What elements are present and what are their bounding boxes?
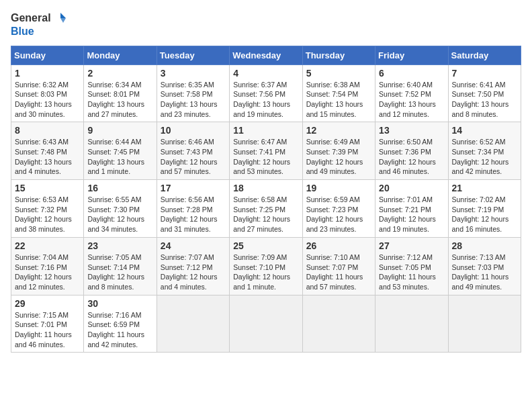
day-number-13: 13: [379, 125, 444, 136]
day-info-8: Sunrise: 6:43 AM Sunset: 7:48 PM Dayligh…: [15, 137, 80, 177]
day-number-1: 1: [15, 68, 80, 79]
week-row-3: 15Sunrise: 6:53 AM Sunset: 7:32 PM Dayli…: [11, 180, 521, 238]
empty-cell-4-3: [230, 295, 302, 353]
header-row: SundayMondayTuesdayWednesdayThursdayFrid…: [11, 46, 521, 64]
day-info-19: Sunrise: 6:59 AM Sunset: 7:23 PM Dayligh…: [306, 195, 371, 234]
empty-cell-4-2: [157, 295, 229, 353]
day-number-24: 24: [161, 240, 226, 251]
day-cell-17: 17Sunrise: 6:56 AM Sunset: 7:28 PM Dayli…: [157, 180, 229, 238]
day-number-25: 25: [233, 240, 298, 251]
day-info-5: Sunrise: 6:38 AM Sunset: 7:54 PM Dayligh…: [306, 80, 371, 120]
day-number-8: 8: [15, 125, 80, 136]
day-info-23: Sunrise: 7:05 AM Sunset: 7:14 PM Dayligh…: [87, 253, 152, 292]
day-number-21: 21: [452, 183, 517, 193]
week-row-2: 8Sunrise: 6:43 AM Sunset: 7:48 PM Daylig…: [11, 122, 521, 180]
day-cell-9: 9Sunrise: 6:44 AM Sunset: 7:45 PM Daylig…: [84, 122, 157, 180]
day-cell-12: 12Sunrise: 6:49 AM Sunset: 7:39 PM Dayli…: [302, 122, 375, 180]
empty-cell-4-4: [302, 295, 375, 353]
day-cell-25: 25Sunrise: 7:09 AM Sunset: 7:10 PM Dayli…: [230, 237, 302, 295]
day-cell-4: 4Sunrise: 6:37 AM Sunset: 7:56 PM Daylig…: [230, 64, 302, 122]
day-cell-7: 7Sunrise: 6:41 AM Sunset: 7:50 PM Daylig…: [448, 64, 521, 122]
day-info-20: Sunrise: 7:01 AM Sunset: 7:21 PM Dayligh…: [379, 195, 444, 234]
day-cell-20: 20Sunrise: 7:01 AM Sunset: 7:21 PM Dayli…: [375, 180, 448, 238]
day-number-27: 27: [379, 240, 444, 251]
day-number-11: 11: [233, 125, 298, 136]
day-number-28: 28: [452, 240, 517, 251]
day-number-26: 26: [306, 240, 371, 251]
day-info-13: Sunrise: 6:50 AM Sunset: 7:36 PM Dayligh…: [379, 137, 444, 177]
day-info-15: Sunrise: 6:53 AM Sunset: 7:32 PM Dayligh…: [15, 195, 80, 234]
page-header: General Blue: [11, 11, 521, 38]
day-cell-10: 10Sunrise: 6:46 AM Sunset: 7:43 PM Dayli…: [157, 122, 229, 180]
day-cell-19: 19Sunrise: 6:59 AM Sunset: 7:23 PM Dayli…: [302, 180, 375, 238]
day-cell-5: 5Sunrise: 6:38 AM Sunset: 7:54 PM Daylig…: [302, 64, 375, 122]
header-thursday: Thursday: [302, 46, 375, 64]
day-number-30: 30: [87, 298, 152, 309]
svg-marker-0: [60, 13, 66, 18]
day-info-7: Sunrise: 6:41 AM Sunset: 7:50 PM Dayligh…: [452, 80, 517, 120]
week-row-1: 1Sunrise: 6:32 AM Sunset: 8:03 PM Daylig…: [11, 64, 521, 122]
day-number-16: 16: [87, 183, 152, 193]
day-info-18: Sunrise: 6:58 AM Sunset: 7:25 PM Dayligh…: [233, 195, 298, 234]
day-number-14: 14: [452, 125, 517, 136]
day-number-18: 18: [233, 183, 298, 193]
day-cell-30: 30Sunrise: 7:16 AM Sunset: 6:59 PM Dayli…: [84, 295, 157, 353]
day-info-2: Sunrise: 6:34 AM Sunset: 8:01 PM Dayligh…: [87, 80, 152, 120]
day-cell-28: 28Sunrise: 7:13 AM Sunset: 7:03 PM Dayli…: [448, 237, 521, 295]
logo-general-text: General: [11, 12, 51, 24]
day-cell-15: 15Sunrise: 6:53 AM Sunset: 7:32 PM Dayli…: [11, 180, 84, 238]
day-number-15: 15: [15, 183, 80, 193]
day-cell-18: 18Sunrise: 6:58 AM Sunset: 7:25 PM Dayli…: [230, 180, 302, 238]
day-cell-22: 22Sunrise: 7:04 AM Sunset: 7:16 PM Dayli…: [11, 237, 84, 295]
day-info-3: Sunrise: 6:35 AM Sunset: 7:58 PM Dayligh…: [161, 80, 226, 120]
header-friday: Friday: [375, 46, 448, 64]
day-info-17: Sunrise: 6:56 AM Sunset: 7:28 PM Dayligh…: [161, 195, 226, 234]
day-number-5: 5: [306, 68, 371, 79]
day-number-4: 4: [233, 68, 298, 79]
day-cell-26: 26Sunrise: 7:10 AM Sunset: 7:07 PM Dayli…: [302, 237, 375, 295]
day-info-30: Sunrise: 7:16 AM Sunset: 6:59 PM Dayligh…: [87, 310, 152, 350]
day-number-3: 3: [161, 68, 226, 79]
day-info-12: Sunrise: 6:49 AM Sunset: 7:39 PM Dayligh…: [306, 137, 371, 177]
svg-marker-1: [60, 18, 66, 23]
day-info-26: Sunrise: 7:10 AM Sunset: 7:07 PM Dayligh…: [306, 253, 371, 292]
header-saturday: Saturday: [448, 46, 521, 64]
calendar-table: SundayMondayTuesdayWednesdayThursdayFrid…: [11, 46, 521, 353]
header-wednesday: Wednesday: [230, 46, 302, 64]
header-monday: Monday: [84, 46, 157, 64]
day-cell-24: 24Sunrise: 7:07 AM Sunset: 7:12 PM Dayli…: [157, 237, 229, 295]
day-number-22: 22: [15, 240, 80, 251]
day-info-28: Sunrise: 7:13 AM Sunset: 7:03 PM Dayligh…: [452, 253, 517, 292]
day-number-10: 10: [161, 125, 226, 136]
day-info-24: Sunrise: 7:07 AM Sunset: 7:12 PM Dayligh…: [161, 253, 226, 292]
day-cell-16: 16Sunrise: 6:55 AM Sunset: 7:30 PM Dayli…: [84, 180, 157, 238]
day-number-29: 29: [15, 298, 80, 309]
day-number-19: 19: [306, 183, 371, 193]
day-info-11: Sunrise: 6:47 AM Sunset: 7:41 PM Dayligh…: [233, 137, 298, 177]
day-info-14: Sunrise: 6:52 AM Sunset: 7:34 PM Dayligh…: [452, 137, 517, 177]
day-cell-3: 3Sunrise: 6:35 AM Sunset: 7:58 PM Daylig…: [157, 64, 229, 122]
day-info-4: Sunrise: 6:37 AM Sunset: 7:56 PM Dayligh…: [233, 80, 298, 120]
day-number-17: 17: [161, 183, 226, 193]
day-number-12: 12: [306, 125, 371, 136]
day-cell-27: 27Sunrise: 7:12 AM Sunset: 7:05 PM Dayli…: [375, 237, 448, 295]
day-cell-29: 29Sunrise: 7:15 AM Sunset: 7:01 PM Dayli…: [11, 295, 84, 353]
day-number-23: 23: [87, 240, 152, 251]
day-cell-1: 1Sunrise: 6:32 AM Sunset: 8:03 PM Daylig…: [11, 64, 84, 122]
header-sunday: Sunday: [11, 46, 84, 64]
logo-arrow-icon: [52, 11, 67, 26]
empty-cell-4-5: [375, 295, 448, 353]
header-tuesday: Tuesday: [157, 46, 229, 64]
day-info-29: Sunrise: 7:15 AM Sunset: 7:01 PM Dayligh…: [15, 310, 80, 350]
day-number-9: 9: [87, 125, 152, 136]
day-info-25: Sunrise: 7:09 AM Sunset: 7:10 PM Dayligh…: [233, 253, 298, 292]
day-number-6: 6: [379, 68, 444, 79]
day-cell-23: 23Sunrise: 7:05 AM Sunset: 7:14 PM Dayli…: [84, 237, 157, 295]
day-cell-21: 21Sunrise: 7:02 AM Sunset: 7:19 PM Dayli…: [448, 180, 521, 238]
day-info-27: Sunrise: 7:12 AM Sunset: 7:05 PM Dayligh…: [379, 253, 444, 292]
day-info-22: Sunrise: 7:04 AM Sunset: 7:16 PM Dayligh…: [15, 253, 80, 292]
day-cell-2: 2Sunrise: 6:34 AM Sunset: 8:01 PM Daylig…: [84, 64, 157, 122]
day-info-6: Sunrise: 6:40 AM Sunset: 7:52 PM Dayligh…: [379, 80, 444, 120]
day-info-9: Sunrise: 6:44 AM Sunset: 7:45 PM Dayligh…: [87, 137, 152, 177]
week-row-4: 22Sunrise: 7:04 AM Sunset: 7:16 PM Dayli…: [11, 237, 521, 295]
